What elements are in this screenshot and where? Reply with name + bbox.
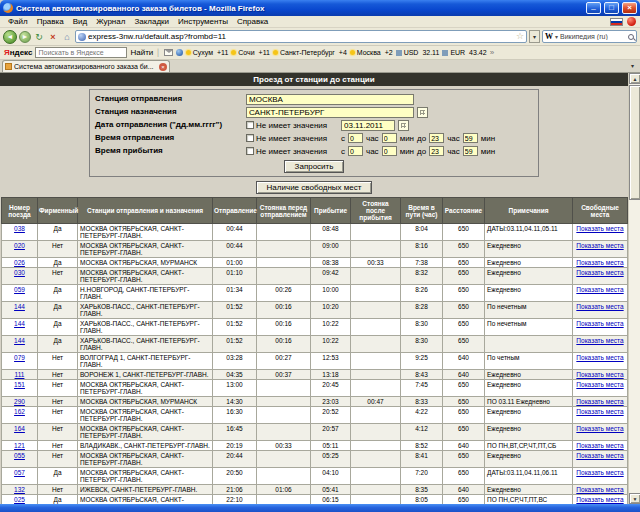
arr-to-min-input[interactable] <box>463 146 478 156</box>
train-number-link[interactable]: 132 <box>14 486 25 493</box>
availability-button[interactable]: Наличие свободных мест <box>256 181 373 194</box>
maximize-button[interactable] <box>604 2 619 14</box>
currency-eur[interactable]: EUR 43.42 <box>442 49 486 56</box>
arr-to-hour-input[interactable] <box>429 146 444 156</box>
show-seats-link[interactable]: Показать места <box>576 259 623 266</box>
show-seats-link[interactable]: Показать места <box>576 408 623 415</box>
show-seats-link[interactable]: Показать места <box>576 442 623 449</box>
close-button[interactable] <box>622 2 637 14</box>
toolbar-overflow-icon[interactable]: » <box>490 48 494 57</box>
weather-spb[interactable]: Санкт-Петербург +4 <box>273 49 347 56</box>
show-seats-link[interactable]: Показать места <box>576 337 623 344</box>
dep-from-min-input[interactable] <box>382 133 397 143</box>
show-seats-link[interactable]: Показать места <box>576 381 623 388</box>
train-number-link[interactable]: 026 <box>14 259 25 266</box>
stop-button[interactable] <box>47 31 59 43</box>
vertical-scrollbar[interactable] <box>628 73 640 504</box>
train-number-link[interactable]: 059 <box>14 286 25 293</box>
search-engine-label[interactable]: Википедия (ru) <box>560 33 626 40</box>
scroll-up-icon[interactable] <box>629 73 640 84</box>
wikipedia-icon[interactable]: W <box>545 32 553 41</box>
back-button[interactable] <box>3 30 17 44</box>
show-seats-link[interactable]: Показать места <box>576 425 623 432</box>
menu-tools[interactable]: Инструменты <box>174 17 232 26</box>
show-seats-link[interactable]: Показать места <box>576 469 623 476</box>
show-seats-link[interactable]: Показать места <box>576 486 623 493</box>
train-number-link[interactable]: 111 <box>15 371 25 378</box>
train-number-link[interactable]: 020 <box>14 242 25 249</box>
weather-sochi[interactable]: Сочи +11 <box>231 49 270 56</box>
show-seats-link[interactable]: Показать места <box>576 354 623 361</box>
train-number-link[interactable]: 025 <box>14 496 25 503</box>
show-seats-link[interactable]: Показать места <box>576 269 623 276</box>
reload-button[interactable] <box>33 31 45 43</box>
address-bar[interactable]: express-3nw.ru/default.asp?frombd=11 <box>75 30 527 43</box>
menu-edit[interactable]: Правка <box>33 17 68 26</box>
extension-icon[interactable] <box>627 17 636 26</box>
train-number-link[interactable]: 030 <box>14 269 25 276</box>
from-station-input[interactable] <box>246 94 414 105</box>
show-seats-link[interactable]: Показать места <box>576 452 623 459</box>
station-list-icon[interactable] <box>417 107 428 118</box>
show-seats-link[interactable]: Показать места <box>576 225 623 232</box>
show-seats-link[interactable]: Показать места <box>576 371 623 378</box>
date-input[interactable] <box>341 120 395 131</box>
train-number-link[interactable]: 164 <box>14 425 25 432</box>
train-number-link[interactable]: 038 <box>14 225 25 232</box>
train-number-link[interactable]: 290 <box>14 398 25 405</box>
dep-from-hour-input[interactable] <box>348 133 363 143</box>
show-seats-link[interactable]: Показать места <box>576 303 623 310</box>
train-number-link[interactable]: 121 <box>14 442 25 449</box>
train-number-link[interactable]: 144 <box>14 337 25 344</box>
currency-usd[interactable]: USD 32.11 <box>396 49 440 56</box>
title-bar[interactable]: Система автоматизированного заказа билет… <box>0 0 640 16</box>
scrollbar-thumb[interactable] <box>629 85 640 200</box>
weather-sukhum[interactable]: Сухум +11 <box>186 49 229 56</box>
train-number-link[interactable]: 144 <box>14 320 25 327</box>
calendar-icon[interactable] <box>398 120 409 131</box>
to-station-input[interactable] <box>246 107 414 118</box>
yandex-find-button[interactable]: Найти <box>130 48 153 57</box>
mail-icon[interactable] <box>164 49 173 56</box>
menu-history[interactable]: Журнал <box>92 17 129 26</box>
query-button[interactable]: Запросить <box>284 160 345 173</box>
menu-help[interactable]: Справка <box>233 17 272 26</box>
arr-from-min-input[interactable] <box>382 146 397 156</box>
tab-list-button[interactable] <box>627 61 638 72</box>
tab-close-icon[interactable] <box>159 63 167 71</box>
taskbar-strip[interactable] <box>0 504 640 512</box>
show-seats-link[interactable]: Показать места <box>576 398 623 405</box>
menu-file[interactable]: Файл <box>4 17 32 26</box>
scroll-down-icon[interactable] <box>629 493 640 504</box>
home-button[interactable] <box>61 31 73 43</box>
train-number-link[interactable]: 057 <box>14 469 25 476</box>
services-icon[interactable] <box>176 49 183 56</box>
minimize-button[interactable] <box>586 2 601 14</box>
show-seats-link[interactable]: Показать места <box>576 242 623 249</box>
menu-view[interactable]: Вид <box>69 17 91 26</box>
yandex-logo[interactable]: Яндекс <box>4 48 32 57</box>
show-seats-link[interactable]: Показать места <box>576 496 623 503</box>
arr-time-no-value-checkbox[interactable] <box>246 147 254 155</box>
bookmark-star-icon[interactable] <box>516 31 524 42</box>
dep-time-no-value-checkbox[interactable] <box>246 134 254 142</box>
weather-moscow[interactable]: Москва +2 <box>350 49 393 56</box>
dep-to-min-input[interactable] <box>463 133 478 143</box>
train-number-link[interactable]: 151 <box>14 381 25 388</box>
show-seats-link[interactable]: Показать места <box>576 286 623 293</box>
train-number-link[interactable]: 162 <box>14 408 25 415</box>
dep-to-hour-input[interactable] <box>429 133 444 143</box>
tab-express[interactable]: Система автоматизированного заказа би... <box>2 60 170 72</box>
yandex-search-input[interactable] <box>35 47 127 58</box>
magnifier-icon[interactable] <box>628 34 634 40</box>
search-box[interactable]: W Википедия (ru) <box>542 30 637 43</box>
train-number-link[interactable]: 079 <box>14 354 25 361</box>
train-number-link[interactable]: 055 <box>14 452 25 459</box>
forward-button[interactable] <box>19 31 31 43</box>
url-text[interactable]: express-3nw.ru/default.asp?frombd=11 <box>88 32 514 41</box>
search-engine-dropdown-icon[interactable] <box>555 33 558 40</box>
show-seats-link[interactable]: Показать места <box>576 320 623 327</box>
url-history-dropdown[interactable] <box>529 30 540 43</box>
arr-from-hour-input[interactable] <box>348 146 363 156</box>
date-no-value-checkbox[interactable] <box>246 121 254 129</box>
